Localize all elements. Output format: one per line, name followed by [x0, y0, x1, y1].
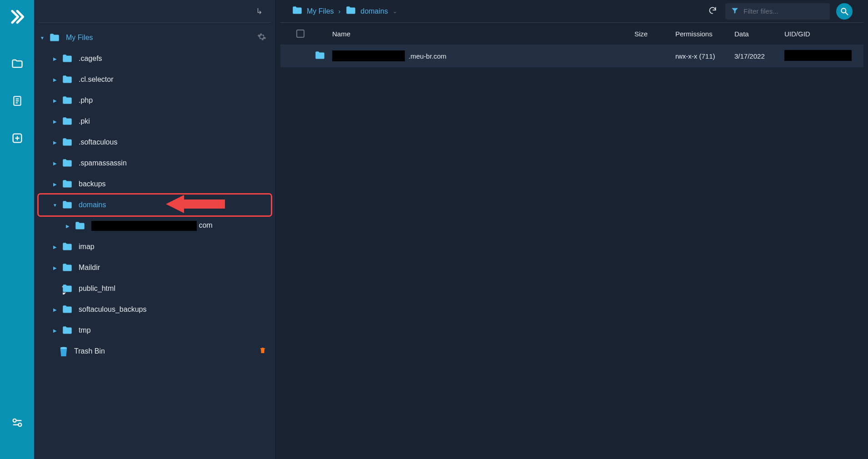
- caret-right-icon[interactable]: [64, 224, 71, 229]
- search-button[interactable]: [836, 3, 853, 20]
- tree-item-label: com: [91, 221, 213, 231]
- refresh-icon: [708, 6, 717, 15]
- cell-date: 3/17/2022: [734, 52, 784, 60]
- tree-item-tmp[interactable]: tmp: [39, 320, 271, 341]
- caret-right-icon[interactable]: [51, 161, 59, 166]
- col-uid[interactable]: UID/GID: [784, 30, 857, 38]
- file-tree-panel: ↳ My Files .cagefs.cl.selector.php.pki.s…: [34, 0, 276, 459]
- tree-item-.cagefs[interactable]: .cagefs: [39, 48, 271, 69]
- tree-item-label: .php: [79, 96, 93, 105]
- tree-item-.php[interactable]: .php: [39, 90, 271, 111]
- redacted-text: [332, 50, 405, 61]
- cell-permissions: rwx-x-x (711): [675, 52, 734, 60]
- tree-item-domains[interactable]: domains: [39, 195, 271, 215]
- plus-square-icon: [11, 132, 24, 145]
- folder-icon: [61, 95, 73, 106]
- filter-input[interactable]: [743, 7, 824, 15]
- document-icon: [11, 95, 23, 107]
- delete-icon[interactable]: [259, 346, 266, 356]
- tree-item-label: Maildir: [79, 264, 100, 272]
- filter-icon: [731, 6, 739, 16]
- breadcrumb-my-files[interactable]: My Files: [291, 5, 334, 18]
- caret-right-icon[interactable]: [51, 265, 59, 270]
- tree-item-Maildir[interactable]: Maildir: [39, 257, 271, 278]
- tree-item-.cl.selector[interactable]: .cl.selector: [39, 69, 271, 90]
- select-all-checkbox[interactable]: [296, 30, 304, 38]
- tree-item-label: .softaculous: [79, 138, 117, 146]
- folder-icon: [74, 220, 86, 232]
- app-logo[interactable]: [9, 8, 26, 27]
- rail-add[interactable]: [7, 128, 27, 148]
- tree-item-label: public_html: [79, 284, 115, 293]
- tree-item-public_html[interactable]: public_html: [39, 278, 271, 299]
- col-perm[interactable]: Permissions: [675, 30, 734, 38]
- tree-item-.spamassassin[interactable]: .spamassassin: [39, 153, 271, 174]
- tree-item-label: backups: [79, 180, 106, 188]
- col-name[interactable]: Name: [332, 30, 634, 38]
- tree-item-imap[interactable]: imap: [39, 236, 271, 257]
- cell-name: .meu-br.com: [332, 50, 634, 61]
- breadcrumb-domains[interactable]: domains⌄: [345, 5, 397, 18]
- tree-item-label: domains: [79, 201, 106, 209]
- refresh-button[interactable]: [706, 4, 719, 19]
- col-size[interactable]: Size: [634, 30, 675, 38]
- caret-right-icon[interactable]: [51, 182, 59, 187]
- folder-icon: [61, 199, 73, 211]
- caret-right-icon[interactable]: [51, 328, 59, 333]
- tree-item-label: .cl.selector: [79, 75, 113, 84]
- tree-item-label: .spamassassin: [79, 159, 127, 167]
- caret-right-icon[interactable]: [51, 77, 59, 82]
- folder-link-icon: [61, 283, 73, 294]
- caret-down-icon[interactable]: [51, 203, 59, 208]
- folder-icon: [61, 115, 73, 127]
- breadcrumb-label: domains: [360, 7, 388, 15]
- tree-root-label: My Files: [66, 34, 93, 42]
- tree-trash-bin[interactable]: Trash Bin: [39, 341, 271, 362]
- table-row[interactable]: .meu-br.comrwx-x-x (711)3/17/2022: [280, 45, 863, 67]
- folder-icon: [61, 304, 73, 315]
- caret-right-icon[interactable]: [51, 140, 59, 145]
- filter-wrap: [725, 3, 830, 20]
- folder-icon: [61, 74, 73, 85]
- tree-item-.pki[interactable]: .pki: [39, 111, 271, 132]
- rail-notes[interactable]: [7, 91, 27, 111]
- trash-bin-icon: [59, 345, 69, 357]
- sliders-icon: [11, 416, 24, 429]
- folder-icon: [345, 5, 357, 18]
- tree-item-.softaculous[interactable]: .softaculous: [39, 132, 271, 153]
- caret-right-icon[interactable]: [51, 98, 59, 103]
- folder-outline-icon: [11, 57, 24, 70]
- caret-down-icon[interactable]: [39, 35, 46, 40]
- col-date[interactable]: Data: [734, 30, 784, 38]
- tree-item-label: tmp: [79, 326, 91, 334]
- rail-files[interactable]: [7, 54, 27, 74]
- caret-right-icon[interactable]: [51, 244, 59, 249]
- folder-icon: [61, 157, 73, 169]
- sidebar-top-bar: ↳: [39, 0, 271, 23]
- folder-icon: [61, 136, 73, 148]
- tree-item-softaculous_backups[interactable]: softaculous_backups: [39, 299, 271, 320]
- file-tree: My Files .cagefs.cl.selector.php.pki.sof…: [34, 23, 275, 459]
- folder-icon: [49, 32, 60, 44]
- redacted-text: [91, 221, 197, 231]
- folder-icon: [61, 324, 73, 336]
- gear-icon[interactable]: [257, 32, 266, 43]
- caret-right-icon[interactable]: [51, 119, 59, 124]
- breadcrumb: My Files›domains⌄: [291, 5, 701, 18]
- svg-line-14: [846, 12, 848, 15]
- breadcrumb-label: My Files: [307, 7, 334, 15]
- caret-right-icon[interactable]: [51, 56, 59, 61]
- table-header: Name Size Permissions Data UID/GID: [280, 23, 863, 45]
- chevron-down-icon[interactable]: ⌄: [393, 8, 397, 15]
- tree-item-backups[interactable]: backups: [39, 174, 271, 195]
- caret-right-icon[interactable]: [51, 307, 59, 312]
- folder-icon: [61, 178, 73, 190]
- nav-rail: [0, 0, 34, 459]
- tree-root-my-files[interactable]: My Files: [39, 27, 271, 48]
- file-table: Name Size Permissions Data UID/GID .meu-…: [276, 23, 868, 459]
- search-icon: [840, 7, 849, 16]
- tree-trash-label: Trash Bin: [74, 347, 105, 355]
- return-icon[interactable]: ↳: [256, 6, 263, 16]
- rail-settings[interactable]: [7, 413, 27, 433]
- tree-item-redacted-8[interactable]: com: [39, 215, 271, 236]
